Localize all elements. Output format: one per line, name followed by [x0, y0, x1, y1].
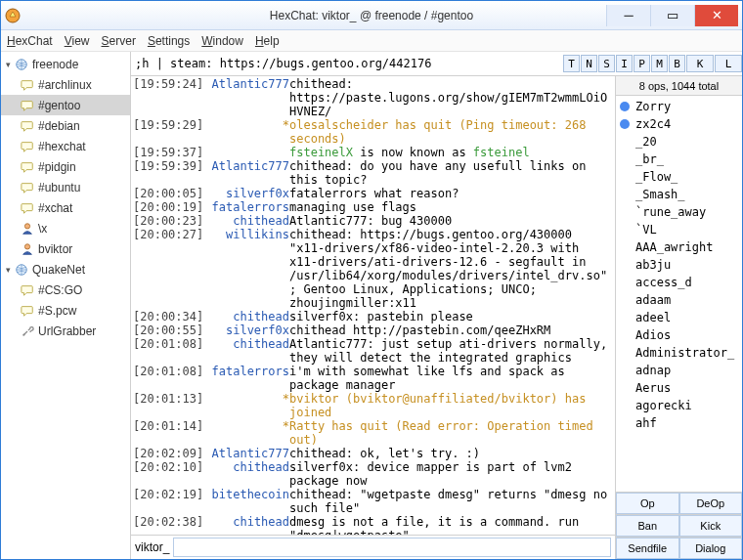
- channel-hexchat[interactable]: #hexchat: [1, 136, 130, 156]
- user-item[interactable]: _20: [616, 133, 742, 151]
- mode-flag-p[interactable]: P: [634, 55, 650, 72]
- menu-settings[interactable]: Settings: [148, 34, 190, 48]
- chat-line: [19:59:39]Atlantic777chithead: do you ha…: [133, 159, 613, 187]
- channel-xchat[interactable]: #xchat: [1, 197, 130, 218]
- menu-server[interactable]: Server: [102, 34, 136, 48]
- user-item[interactable]: Administrator_: [616, 344, 742, 362]
- deop-button[interactable]: DeOp: [679, 493, 743, 514]
- chat-line: [20:00:55]silverf0xchithead http://paste…: [133, 323, 613, 337]
- channel-icon: [20, 200, 35, 216]
- op-dot-icon: [620, 313, 630, 323]
- user-item[interactable]: adaam: [616, 291, 742, 309]
- user-item[interactable]: Aerus: [616, 379, 742, 397]
- input-nick[interactable]: viktor_: [135, 540, 169, 554]
- user-item[interactable]: _Flow_: [616, 168, 742, 186]
- channel-gentoo[interactable]: #gentoo: [1, 95, 130, 115]
- op-dot-icon: [620, 401, 630, 410]
- globe-icon: [14, 57, 29, 72]
- user-item[interactable]: _br_: [616, 151, 742, 168]
- tree-user[interactable]: \x: [1, 218, 130, 238]
- sendfile-button[interactable]: Sendfile: [616, 538, 679, 559]
- channel-archlinux[interactable]: #archlinux: [1, 74, 130, 95]
- chat-log[interactable]: [19:59:24]Atlantic777chithead: https://p…: [131, 76, 615, 535]
- topic-bar: ;h | steam: https://bugs.gentoo.org/4421…: [131, 52, 742, 76]
- channel-ubuntu[interactable]: #ubuntu: [1, 177, 130, 197]
- tool-icon: [20, 323, 35, 339]
- user-item[interactable]: `rune_away: [616, 203, 742, 221]
- network-freenode[interactable]: ▾freenode: [1, 54, 130, 74]
- channel-icon: [20, 118, 35, 134]
- input-row: viktor_: [131, 535, 615, 559]
- mode-flag-l[interactable]: L: [715, 55, 742, 72]
- tree-tool[interactable]: UrlGrabber: [1, 321, 130, 341]
- chat-line: [20:00:05]silverf0xfatalerrors what reas…: [133, 187, 613, 200]
- app-icon: [5, 8, 21, 23]
- channel-icon: [20, 303, 35, 319]
- chat-line: [19:59:29]*olesalscheider has quit (Ping…: [133, 118, 613, 146]
- close-button[interactable]: ✕: [694, 5, 738, 26]
- user-item[interactable]: zx2c4: [616, 115, 742, 133]
- user-item[interactable]: AAA_awright: [616, 238, 742, 256]
- chat-line: [20:00:27]willikinschithead: https://bug…: [133, 228, 613, 310]
- topic-text[interactable]: ;h | steam: https://bugs.gentoo.org/4421…: [135, 57, 431, 70]
- chat-line: [20:02:19]bitethecoinchithead: "wgetpast…: [133, 488, 613, 515]
- user-item[interactable]: ahf: [616, 414, 742, 432]
- channel-icon: [20, 98, 35, 113]
- mode-flag-k[interactable]: K: [686, 55, 714, 72]
- ban-button[interactable]: Ban: [616, 515, 679, 537]
- mode-flag-b[interactable]: B: [669, 55, 685, 72]
- chat-line: [20:00:23]chitheadAtlantic777: bug 43000…: [133, 214, 613, 228]
- menu-window[interactable]: Window: [201, 34, 243, 48]
- channel-CSGO[interactable]: #CS:GO: [1, 280, 130, 300]
- op-dot-icon: [620, 383, 630, 393]
- user-icon: [20, 241, 35, 257]
- user-item[interactable]: adeel: [616, 309, 742, 326]
- chat-line: [20:01:08]chitheadAtlantic777: just setu…: [133, 337, 613, 365]
- ops-count[interactable]: 8 ops, 1044 total: [616, 76, 742, 96]
- channel-tree[interactable]: ▾freenode#archlinux#gentoo#debian#hexcha…: [1, 52, 131, 559]
- op-dot-icon: [620, 225, 630, 235]
- network-quakenet[interactable]: ▾QuakeNet: [1, 259, 130, 280]
- user-list[interactable]: Zorryzx2c4_20_br__Flow__Smash_`rune_away…: [616, 96, 742, 492]
- op-dot-icon: [620, 418, 630, 428]
- chat-line: [20:01:13]*bviktor (bviktor@unaffiliated…: [133, 392, 613, 419]
- op-button[interactable]: Op: [616, 493, 679, 514]
- svg-point-5: [22, 333, 24, 335]
- mode-flag-n[interactable]: N: [581, 55, 597, 72]
- kick-button[interactable]: Kick: [679, 515, 743, 537]
- user-item[interactable]: access_d: [616, 274, 742, 291]
- mode-flag-t[interactable]: T: [563, 55, 580, 72]
- mode-flag-i[interactable]: I: [616, 55, 633, 72]
- mode-flag-s[interactable]: S: [598, 55, 615, 72]
- titlebar: HexChat: viktor_ @ freenode / #gentoo ─ …: [1, 1, 742, 30]
- channel-Spcw[interactable]: #S.pcw: [1, 300, 130, 321]
- channel-pidgin[interactable]: #pidgin: [1, 156, 130, 177]
- chat-line: [20:00:34]chitheadsilverf0x: pastebin pl…: [133, 310, 613, 323]
- chat-line: [19:59:37]fsteinelX is now known as fste…: [133, 146, 613, 159]
- channel-icon: [20, 139, 35, 154]
- user-item[interactable]: agorecki: [616, 397, 742, 414]
- user-item[interactable]: Zorry: [616, 98, 742, 115]
- user-item[interactable]: ab3ju: [616, 256, 742, 274]
- menu-hexchat[interactable]: HexChat: [7, 34, 53, 48]
- chat-line: [20:01:08]fatalerrorsi'm with somewhat l…: [133, 365, 613, 392]
- user-item[interactable]: _Smash_: [616, 186, 742, 203]
- maximize-button[interactable]: ▭: [650, 5, 694, 26]
- chat-line: [20:02:38]chitheaddmesg is not a file, i…: [133, 515, 613, 535]
- menu-view[interactable]: View: [65, 34, 90, 48]
- mode-flag-m[interactable]: M: [651, 55, 668, 72]
- chat-line: [20:02:10]chitheadsilverf0x: device mapp…: [133, 460, 613, 488]
- menu-help[interactable]: Help: [255, 34, 280, 48]
- user-item[interactable]: adnap: [616, 362, 742, 379]
- tree-user[interactable]: bviktor: [1, 238, 130, 259]
- minimize-button[interactable]: ─: [606, 5, 650, 26]
- user-item[interactable]: Adios: [616, 326, 742, 344]
- op-dot-icon: [620, 330, 630, 340]
- message-input[interactable]: [173, 538, 611, 557]
- op-dot-icon: [620, 102, 630, 111]
- dialog-button[interactable]: Dialog: [679, 538, 743, 559]
- globe-icon: [14, 262, 29, 278]
- user-item[interactable]: `VL: [616, 221, 742, 238]
- user-icon: [20, 221, 35, 237]
- channel-debian[interactable]: #debian: [1, 115, 130, 136]
